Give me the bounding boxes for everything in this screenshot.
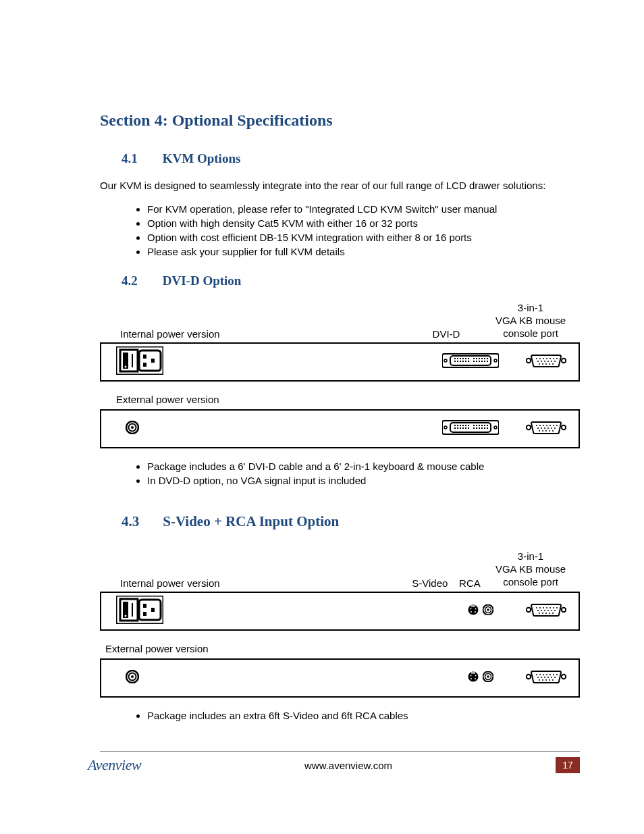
footer-url: www.avenview.com: [141, 760, 556, 771]
rear-panel-svideo-internal: [100, 592, 580, 631]
label-svideo: S-Video: [412, 577, 448, 589]
heading-text: DVI-D Option: [163, 273, 242, 288]
list-item: Package includes a 6' DVI-D cable and a …: [147, 461, 580, 472]
heading-text: KVM Options: [163, 151, 241, 165]
bullets-4-2: Package includes a 6' DVI-D cable and a …: [100, 461, 580, 486]
label-external-power: External power version: [100, 394, 580, 405]
heading-number: 4.1: [122, 151, 159, 166]
label-line: VGA KB mouse: [487, 563, 574, 576]
iec-power-inlet-icon: [116, 346, 163, 377]
heading-4-3: 4.3 S-Video + RCA Input Option: [100, 513, 580, 530]
intro-4-1: Our KVM is designed to seamlessly integr…: [100, 180, 580, 191]
label-external-power: External power version: [100, 643, 580, 654]
label-line: 3-in-1: [487, 302, 574, 315]
s-video-port-icon: [468, 604, 479, 618]
rca-port-icon: [483, 671, 493, 685]
rca-port-icon: [483, 604, 493, 618]
footer-divider: [100, 751, 580, 752]
list-item: For KVM operation, please refer to "Inte…: [147, 203, 580, 215]
panel-labels-svideo-internal: Internal power version S-Video RCA 3-in-…: [100, 550, 580, 591]
vga-port-icon: [526, 669, 566, 687]
list-item: Please ask your supplier for full KVM de…: [147, 246, 580, 257]
rear-panel-dvid-external: [100, 409, 580, 448]
section-title: Section 4: Optional Specifications: [100, 111, 580, 130]
brand-logo: Avenview: [88, 756, 141, 774]
dvi-port-icon: [442, 419, 499, 438]
label-console-port: 3-in-1 VGA KB mouse console port: [487, 550, 574, 588]
vga-port-icon: [526, 353, 566, 371]
list-item: Option with cost efficient DB-15 KVM int…: [147, 232, 580, 243]
heading-4-1: 4.1 KVM Options: [100, 151, 580, 166]
label-dvid: DVI-D: [406, 328, 487, 340]
heading-number: 4.3: [122, 513, 159, 530]
page-number: 17: [556, 757, 580, 773]
iec-power-inlet-icon: [116, 596, 163, 627]
label-line: VGA KB mouse: [487, 315, 574, 328]
rear-panel-svideo-external: [100, 658, 580, 698]
label-svideo-rca: S-Video RCA: [406, 577, 487, 589]
dc-barrel-jack-icon: [126, 670, 139, 686]
dvi-port-icon: [442, 353, 499, 371]
heading-text: S-Video + RCA Input Option: [163, 513, 339, 529]
s-video-port-icon: [468, 671, 479, 685]
dc-barrel-jack-icon: [126, 421, 139, 437]
heading-number: 4.2: [122, 273, 159, 288]
vga-port-icon: [526, 420, 566, 438]
rear-panel-dvid-internal: [100, 342, 580, 382]
label-line: 3-in-1: [487, 550, 574, 563]
label-internal-power: Internal power version: [120, 577, 406, 589]
label-rca: RCA: [459, 577, 481, 589]
page-footer: Avenview www.avenview.com 17: [88, 756, 580, 774]
heading-4-2: 4.2 DVI-D Option: [100, 273, 580, 288]
label-internal-power: Internal power version: [120, 328, 406, 340]
bullets-4-1: For KVM operation, please refer to "Inte…: [100, 203, 580, 257]
label-line: console port: [487, 576, 574, 589]
list-item: In DVD-D option, no VGA signal input is …: [147, 475, 580, 486]
label-line: console port: [487, 328, 574, 340]
bullets-4-3: Package includes an extra 6ft S-Video an…: [100, 710, 580, 721]
panel-labels-dvid-internal: Internal power version DVI-D 3-in-1 VGA …: [100, 302, 580, 342]
vga-port-icon: [526, 602, 566, 620]
list-item: Package includes an extra 6ft S-Video an…: [147, 710, 580, 721]
label-console-port: 3-in-1 VGA KB mouse console port: [487, 302, 574, 340]
list-item: Option with high density Cat5 KVM with e…: [147, 217, 580, 229]
